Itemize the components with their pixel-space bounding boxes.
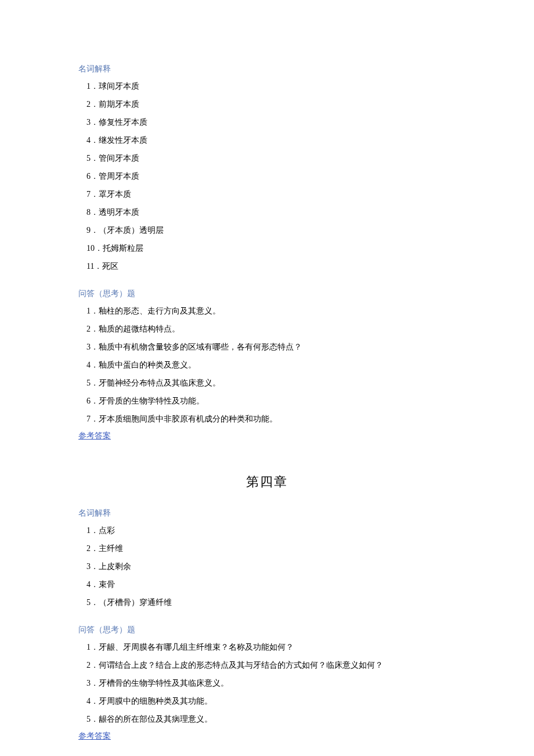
document-page: 名词解释 1．球间牙本质 2．前期牙本质 3．修复性牙本质 4．继发性牙本质 5…: [0, 0, 534, 756]
list-item: 1．点彩: [78, 524, 456, 537]
list-item: 5．管间牙本质: [78, 152, 456, 164]
list-item: 7．牙本质细胞间质中非胶原有机成分的种类和功能。: [78, 413, 456, 425]
list-item: 1．釉柱的形态、走行方向及其意义。: [78, 305, 456, 317]
list-item: 5．（牙槽骨）穿通纤维: [78, 596, 456, 609]
list-item: 4．束骨: [78, 578, 456, 591]
list-item: 6．管周牙本质: [78, 170, 456, 182]
chapter-4-title: 第四章: [78, 473, 456, 491]
section-heading: 问答（思考）题: [78, 289, 456, 299]
section-questions-ch3: 问答（思考）题 1．釉柱的形态、走行方向及其意义。 2．釉质的超微结构特点。 3…: [78, 289, 456, 473]
list-item: 5．龈谷的所在部位及其病理意义。: [78, 713, 456, 725]
terms-list: 1．点彩 2．主纤维 3．上皮剩余 4．束骨 5．（牙槽骨）穿通纤维: [78, 524, 456, 609]
section-terms-ch3: 名词解释 1．球间牙本质 2．前期牙本质 3．修复性牙本质 4．继发性牙本质 5…: [78, 64, 456, 272]
list-item: 3．上皮剩余: [78, 560, 456, 573]
answer-link[interactable]: 参考答案: [78, 731, 111, 741]
questions-list: 1．牙龈、牙周膜各有哪几组主纤维束？名称及功能如何？ 2．何谓结合上皮？结合上皮…: [78, 641, 456, 725]
list-item: 3．釉质中有机物含量较多的区域有哪些，各有何形态特点？: [78, 341, 456, 353]
terms-list: 1．球间牙本质 2．前期牙本质 3．修复性牙本质 4．继发性牙本质 5．管间牙本…: [78, 80, 456, 272]
list-item: 3．修复性牙本质: [78, 116, 456, 128]
section-questions-ch4: 问答（思考）题 1．牙龈、牙周膜各有哪几组主纤维束？名称及功能如何？ 2．何谓结…: [78, 625, 456, 756]
section-heading: 名词解释: [78, 508, 456, 519]
list-item: 10．托姆斯粒层: [78, 242, 456, 254]
list-item: 4．牙周膜中的细胞种类及其功能。: [78, 695, 456, 707]
list-item: 6．牙骨质的生物学特性及功能。: [78, 395, 456, 407]
list-item: 2．前期牙本质: [78, 98, 456, 110]
list-item: 2．主纤维: [78, 542, 456, 555]
list-item: 2．何谓结合上皮？结合上皮的形态特点及其与牙结合的方式如何？临床意义如何？: [78, 659, 456, 671]
list-item: 7．罩牙本质: [78, 188, 456, 200]
list-item: 4．釉质中蛋白的种类及意义。: [78, 359, 456, 371]
list-item: 9．（牙本质）透明层: [78, 224, 456, 236]
list-item: 2．釉质的超微结构特点。: [78, 323, 456, 335]
section-terms-ch4: 名词解释 1．点彩 2．主纤维 3．上皮剩余 4．束骨 5．（牙槽骨）穿通纤维: [78, 508, 456, 609]
list-item: 3．牙槽骨的生物学特性及其临床意义。: [78, 677, 456, 689]
answer-link[interactable]: 参考答案: [78, 431, 111, 441]
section-heading: 问答（思考）题: [78, 625, 456, 635]
questions-list: 1．釉柱的形态、走行方向及其意义。 2．釉质的超微结构特点。 3．釉质中有机物含…: [78, 305, 456, 425]
list-item: 8．透明牙本质: [78, 206, 456, 218]
list-item: 11．死区: [78, 260, 456, 272]
list-item: 1．牙龈、牙周膜各有哪几组主纤维束？名称及功能如何？: [78, 641, 456, 653]
list-item: 5．牙髓神经分布特点及其临床意义。: [78, 377, 456, 389]
list-item: 1．球间牙本质: [78, 80, 456, 92]
section-heading: 名词解释: [78, 64, 456, 74]
list-item: 4．继发性牙本质: [78, 134, 456, 146]
